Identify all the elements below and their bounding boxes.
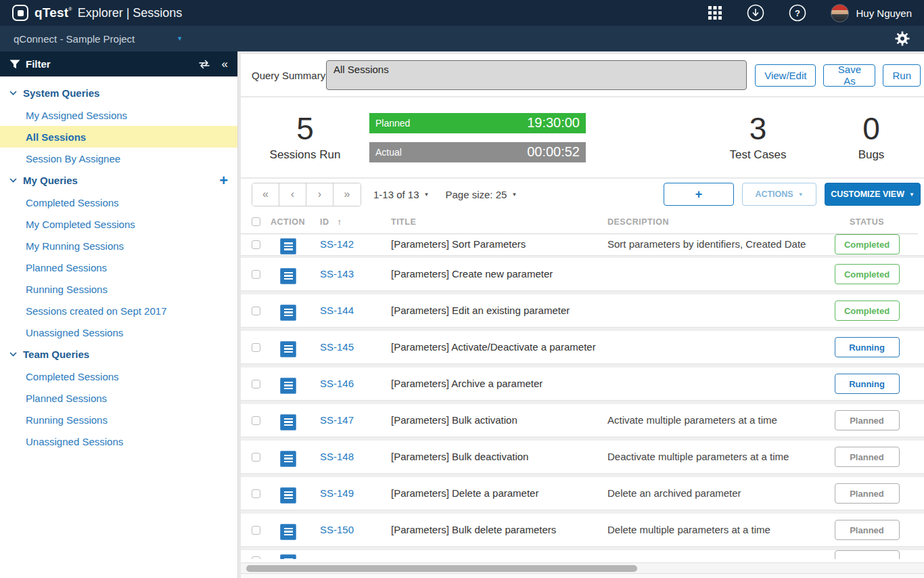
sidebar-section-header[interactable]: My Queries + <box>0 169 237 192</box>
column-header-description[interactable]: DESCRIPTION <box>599 217 816 227</box>
column-header-id[interactable]: ID↑ <box>308 217 383 227</box>
session-id-link[interactable]: SS-143 <box>320 268 354 280</box>
range-dropdown[interactable]: 1-13 of 13▼ <box>373 189 429 200</box>
add-query-icon[interactable]: + <box>219 173 228 188</box>
row-action-menu-button[interactable] <box>280 554 296 559</box>
select-all-checkbox[interactable] <box>252 217 260 226</box>
sidebar-query-item[interactable]: Unassigned Sessions <box>0 321 237 343</box>
session-id-link[interactable]: SS-144 <box>320 305 354 316</box>
download-icon[interactable] <box>747 4 764 22</box>
session-id-link[interactable]: SS-148 <box>320 451 354 462</box>
sidebar-query-item[interactable]: Running Sessions <box>0 409 237 430</box>
sidebar-query-item[interactable]: My Assigned Sessions <box>0 104 237 126</box>
table-row: SS-142 [Parameters] Sort Parameters Sort… <box>241 234 924 258</box>
add-session-button[interactable]: + <box>664 183 734 206</box>
last-page-button[interactable]: » <box>333 183 361 206</box>
sidebar-query-item[interactable]: My Running Sessions <box>0 235 237 257</box>
column-header-status[interactable]: STATUS <box>816 217 918 227</box>
row-action-menu-button[interactable] <box>280 238 296 254</box>
table-row: SS-149 [Parameters] Delete a parameter D… <box>241 477 924 514</box>
row-action-menu-button[interactable] <box>280 524 296 540</box>
table-row: SS-150 [Parameters] Bulk delete paramete… <box>241 514 924 550</box>
first-page-button[interactable]: « <box>252 183 279 206</box>
sidebar-section: System Queries + My Assigned Sessions Al… <box>0 82 237 169</box>
sidebar-query-item[interactable]: Session By Assignee <box>0 148 237 169</box>
session-title: [Parameters] Bulk activation <box>391 414 517 426</box>
table-row: SS-147 [Parameters] Bulk activation Acti… <box>241 404 924 441</box>
session-description: Delete an archived parameter <box>607 487 741 499</box>
test-cases-label: Test Cases <box>729 148 786 162</box>
sidebar-section-header[interactable]: Team Queries + <box>0 343 237 365</box>
row-action-menu-button[interactable] <box>280 378 296 394</box>
row-action-menu-button[interactable] <box>280 414 296 430</box>
session-id-link[interactable]: SS-147 <box>320 414 354 426</box>
session-id-link[interactable]: SS-150 <box>320 524 354 535</box>
user-avatar[interactable] <box>831 4 849 22</box>
collapse-sidebar-icon[interactable]: « <box>222 58 228 70</box>
filter-sidebar: Filter « System Queries + My Assigned Se… <box>0 51 238 578</box>
sidebar-query-item[interactable]: Planned Sessions <box>0 387 237 409</box>
status-badge <box>835 550 900 559</box>
table-header-row: ACTION ID↑ TITLE DESCRIPTION STATUS <box>241 210 918 234</box>
status-badge: Completed <box>835 234 900 254</box>
session-id-link[interactable]: SS-142 <box>320 238 354 250</box>
sidebar-section-header[interactable]: System Queries + <box>0 82 237 104</box>
sidebar-query-item[interactable]: Sessions created on Sept 2017 <box>0 300 237 321</box>
row-checkbox[interactable] <box>252 453 260 462</box>
row-checkbox[interactable] <box>252 380 260 388</box>
session-title: [Parameters] Activate/Deactivate a param… <box>391 341 596 353</box>
session-id-link[interactable]: SS-149 <box>320 487 354 499</box>
sidebar-section: My Queries + Completed Sessions My Compl… <box>0 169 237 343</box>
sort-ascending-icon[interactable]: ↑ <box>338 217 342 227</box>
sidebar-query-item[interactable]: Planned Sessions <box>0 257 237 278</box>
sidebar-query-item[interactable]: All Sessions <box>0 126 237 148</box>
session-description: Activate multiple parameters at a time <box>607 414 777 426</box>
sidebar-section-label: System Queries <box>23 87 99 99</box>
query-summary-input[interactable]: All Sessions <box>326 60 747 90</box>
refresh-icon[interactable] <box>198 59 211 70</box>
view-edit-button[interactable]: View/Edit <box>755 64 816 87</box>
row-checkbox[interactable] <box>252 489 260 498</box>
row-checkbox[interactable] <box>252 556 260 560</box>
user-name: Huy Nguyen <box>856 7 912 19</box>
next-page-button[interactable]: › <box>306 183 333 206</box>
sidebar-query-item[interactable]: Completed Sessions <box>0 192 237 213</box>
row-action-menu-button[interactable] <box>280 487 296 504</box>
session-id-link[interactable]: SS-145 <box>320 341 354 353</box>
row-checkbox[interactable] <box>252 240 260 249</box>
sidebar-query-item[interactable]: My Completed Sessions <box>0 213 237 235</box>
row-checkbox[interactable] <box>252 526 260 535</box>
help-icon[interactable]: ? <box>789 4 806 22</box>
project-selector[interactable]: qConnect - Sample Project <box>14 33 135 45</box>
sidebar-query-item[interactable]: Unassigned Sessions <box>0 430 237 452</box>
row-checkbox[interactable] <box>252 270 260 279</box>
row-action-menu-button[interactable] <box>280 341 296 357</box>
row-action-menu-button[interactable] <box>280 305 296 321</box>
chevron-down-icon <box>9 91 17 95</box>
actions-dropdown-button[interactable]: ACTIONS▼ <box>742 183 816 206</box>
save-as-button[interactable]: Save As <box>823 64 875 87</box>
run-button[interactable]: Run <box>883 64 921 87</box>
sidebar-query-item[interactable]: Running Sessions <box>0 278 237 300</box>
row-checkbox[interactable] <box>252 416 260 425</box>
session-id-link[interactable]: SS-146 <box>320 378 354 389</box>
status-badge: Completed <box>835 301 900 321</box>
prev-page-button[interactable]: ‹ <box>279 183 306 206</box>
caret-down-icon: ▼ <box>511 192 517 198</box>
column-header-title[interactable]: TITLE <box>383 217 599 227</box>
app-grid-icon[interactable] <box>708 5 722 20</box>
settings-gear-icon[interactable] <box>894 30 910 47</box>
planned-time-bar: Planned 19:30:00 <box>369 113 586 133</box>
customize-view-button[interactable]: CUSTOMIZE VIEW▼ <box>825 183 921 206</box>
column-header-action: ACTION <box>271 217 308 227</box>
project-caret-icon[interactable]: ▼ <box>177 35 183 42</box>
page-size-dropdown[interactable]: Page size: 25▼ <box>445 189 517 200</box>
sidebar-query-item[interactable]: Completed Sessions <box>0 365 237 387</box>
pagination-controls: « ‹ › » <box>252 183 361 206</box>
row-checkbox[interactable] <box>252 343 260 352</box>
row-action-menu-button[interactable] <box>280 268 296 284</box>
table-row: SS-146 [Parameters] Archive a parameter … <box>241 368 924 404</box>
user-menu[interactable]: Huy Nguyen <box>831 4 912 22</box>
row-checkbox[interactable] <box>252 307 260 315</box>
row-action-menu-button[interactable] <box>280 451 296 467</box>
